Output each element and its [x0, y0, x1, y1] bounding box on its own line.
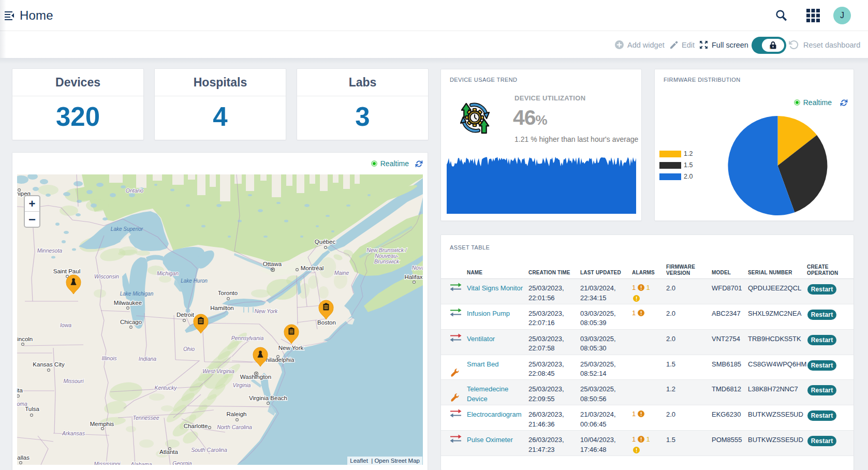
- svg-text:Wichita: Wichita: [17, 387, 23, 393]
- svg-text:Québec: Québec: [315, 239, 336, 245]
- svg-text:Ohio: Ohio: [183, 346, 195, 352]
- svg-text:Alabama: Alabama: [130, 461, 152, 465]
- svg-text:Detroit: Detroit: [176, 312, 195, 318]
- svg-text:Maine: Maine: [334, 270, 349, 276]
- svg-text:Montréal: Montréal: [301, 265, 324, 271]
- svg-text:Ontario: Ontario: [126, 187, 144, 194]
- svg-text:Saint Paul: Saint Paul: [53, 268, 80, 274]
- svg-text:Washington: Washington: [240, 374, 271, 380]
- svg-text:Lincoln: Lincoln: [17, 336, 33, 342]
- svg-text:Dallas: Dallas: [17, 454, 30, 461]
- svg-text:Milwaukee: Milwaukee: [114, 300, 142, 306]
- svg-text:Oklahoma: Oklahoma: [17, 401, 27, 407]
- svg-text:Brunswick: Brunswick: [374, 258, 400, 265]
- svg-text:Tennessee: Tennessee: [133, 415, 159, 421]
- svg-text:Iowa: Iowa: [60, 322, 71, 328]
- svg-text:Raleigh: Raleigh: [227, 411, 247, 417]
- svg-text:New York: New York: [278, 345, 304, 351]
- svg-text:Pennsylvania: Pennsylvania: [231, 335, 264, 341]
- svg-text:Wisconsin: Wisconsin: [94, 273, 119, 280]
- svg-text:Ottawa: Ottawa: [263, 261, 282, 267]
- svg-text:Illinois: Illinois: [101, 355, 117, 361]
- svg-text:Lake Superior: Lake Superior: [111, 226, 143, 232]
- svg-text:Indiana: Indiana: [139, 356, 157, 362]
- svg-text:Hamilton: Hamilton: [210, 305, 233, 311]
- svg-text:Virginia Beach: Virginia Beach: [249, 395, 287, 401]
- svg-text:Boston: Boston: [317, 319, 336, 326]
- svg-text:Lake Huron: Lake Huron: [181, 278, 208, 284]
- svg-text:Georgia: Georgia: [172, 460, 192, 465]
- svg-text:Charlotte: Charlotte: [184, 423, 208, 429]
- svg-text:North Carolina: North Carolina: [217, 424, 252, 430]
- svg-text:Kansas City: Kansas City: [33, 361, 65, 368]
- svg-text:Lake Michigan: Lake Michigan: [120, 291, 154, 297]
- svg-text:Missouri: Missouri: [63, 378, 84, 384]
- svg-text:Halifax: Halifax: [404, 274, 422, 280]
- svg-text:Mississippi: Mississippi: [94, 461, 121, 465]
- svg-text:Arkansas: Arkansas: [62, 430, 85, 436]
- svg-text:Michigan: Michigan: [157, 270, 179, 276]
- svg-text:Minnesota: Minnesota: [37, 247, 63, 254]
- svg-text:Virginia: Virginia: [233, 382, 251, 388]
- svg-text:South Carolina: South Carolina: [191, 447, 227, 453]
- svg-text:Memphis: Memphis: [90, 421, 114, 427]
- svg-text:West Virginia: West Virginia: [202, 368, 234, 374]
- svg-text:Kentucky: Kentucky: [154, 385, 177, 391]
- svg-text:New York: New York: [255, 308, 278, 314]
- svg-text:Nova: Nova: [412, 265, 423, 271]
- svg-text:Toronto: Toronto: [218, 290, 238, 296]
- svg-text:Chicago: Chicago: [120, 319, 142, 325]
